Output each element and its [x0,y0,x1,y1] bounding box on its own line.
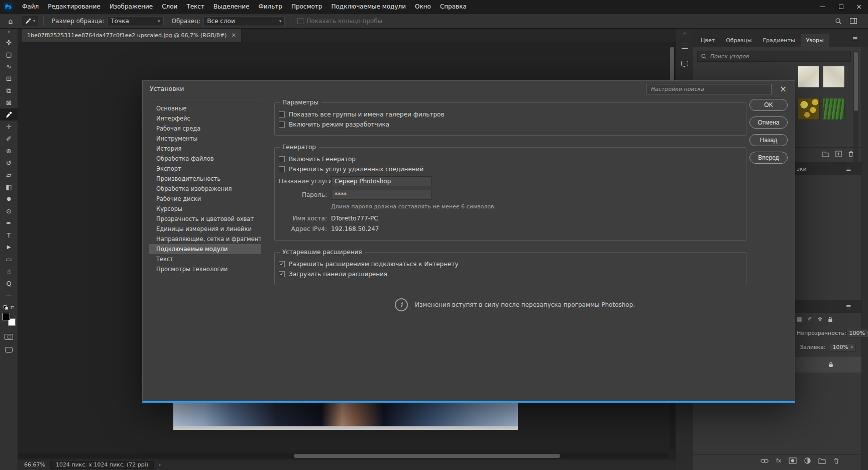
quick-mask-icon[interactable] [5,334,13,340]
pref-item-cursors[interactable]: Курсоры [149,204,261,214]
pref-item-general[interactable]: Основные [149,103,261,113]
preferences-search-input[interactable] [646,84,772,94]
new-pattern-icon[interactable] [835,151,842,157]
pref-item-interface[interactable]: Интерфейс [149,113,261,124]
enable-generator-checkbox[interactable] [279,156,285,162]
path-selection-tool[interactable]: ▶ [0,241,18,253]
eyedropper-tool[interactable] [0,108,18,121]
maximize-button[interactable] [832,0,850,14]
lock-all-icon[interactable] [828,316,833,322]
swap-colors-icon[interactable]: ⇄ [11,305,15,310]
lock-transparency-icon[interactable]: ▦ [797,316,802,322]
pref-item-technology-previews[interactable]: Просмотры технологии [149,264,261,274]
back-button[interactable]: Назад [749,134,788,146]
minimize-button[interactable] [814,0,832,14]
pref-item-file-handling[interactable]: Обработка файлов [149,154,261,164]
pattern-thumbnail-flowers[interactable] [798,98,820,120]
search-icon[interactable] [835,18,842,25]
pref-item-units-rulers[interactable]: Единицы измерения и линейки [149,224,261,234]
object-selection-tool[interactable]: ⊡ [0,72,18,84]
screen-mode-icon[interactable] [5,347,13,352]
collapse-dock-icon[interactable]: « [683,30,686,37]
sample-size-dropdown[interactable]: Точка ▾ [107,16,164,26]
pen-tool[interactable]: ✒ [0,217,18,229]
menu-layers[interactable]: Слои [157,0,182,14]
frame-tool[interactable]: ⊠ [0,96,18,108]
adjustment-layer-icon[interactable] [804,457,811,464]
canvas-image-bottom[interactable] [173,426,518,430]
sample-layers-dropdown[interactable]: Все слои ▾ [203,16,285,26]
delete-trash-icon[interactable] [848,151,854,157]
layer-effects-icon[interactable]: fx [776,457,781,464]
healing-brush-tool[interactable]: ✛ [0,121,18,133]
pattern-thumbnail[interactable] [823,66,845,88]
menu-view[interactable]: Просмотр [287,0,327,14]
foreground-color-swatch[interactable] [3,313,10,320]
pattern-thumbnail[interactable] [798,66,820,88]
pref-item-image-processing[interactable]: Обработка изображения [149,184,261,194]
close-tab-icon[interactable]: × [231,32,236,39]
pref-item-transparency-gamut[interactable]: Прозрачность и цветовой охват [149,214,261,224]
panel-menu-icon[interactable]: ≡ [846,303,851,310]
rectangle-tool[interactable]: ▭ [0,253,18,265]
panel-scroll-gutter[interactable] [861,29,868,470]
enable-remote-connections-checkbox[interactable] [279,166,285,172]
zoom-level[interactable]: 66.67% [24,461,45,468]
patterns-search-input[interactable] [710,53,847,60]
panel-menu-icon[interactable]: ≡ [852,35,858,42]
pattern-thumbnail-grass[interactable] [823,98,845,120]
marquee-tool[interactable]: ▢ [0,48,18,60]
default-colors-icon[interactable] [4,305,8,310]
blur-tool[interactable]: ● [0,193,18,205]
service-name-input[interactable] [331,176,431,186]
menu-type[interactable]: Текст [182,0,209,14]
document-tab[interactable]: 1be07f82525311ee8764da477c0f1ee2 upscale… [22,29,242,42]
menu-file[interactable]: Файл [18,0,43,14]
menu-select[interactable]: Выделение [209,0,254,14]
ok-button[interactable]: OK [749,99,788,111]
patterns-search[interactable] [697,51,851,62]
lock-paint-icon[interactable]: ✐ [807,316,812,322]
pref-item-export[interactable]: Экспорт [149,164,261,174]
workspace-switcher-icon[interactable] [850,18,857,24]
horizontal-scrollbar-thumb[interactable] [294,454,560,458]
close-window-button[interactable]: × [850,0,868,14]
layer-mask-icon[interactable] [789,457,797,464]
link-layers-icon[interactable] [761,458,769,463]
pref-item-guides-grid-slices[interactable]: Направляющие, сетка и фрагменты [149,234,261,244]
brush-tool[interactable]: ✐ [0,133,18,145]
lock-move-icon[interactable]: ✜ [818,316,822,322]
pref-item-tools[interactable]: Инструменты [149,134,261,144]
move-tool[interactable]: ✜ [0,36,18,48]
pref-item-performance[interactable]: Производительность [149,174,261,184]
home-icon[interactable]: ⌂ [4,17,17,25]
menu-window[interactable]: Окно [410,0,436,14]
panel-menu-icon[interactable]: ≡ [846,165,851,173]
cancel-button[interactable]: Отмена [749,116,788,129]
lasso-tool[interactable]: ∿ [0,60,18,72]
pref-item-workspace[interactable]: Рабочая среда [149,124,261,134]
allow-extensions-internet-checkbox[interactable]: ✓ [279,261,285,267]
eraser-tool[interactable]: ▱ [0,169,18,181]
pref-item-type[interactable]: Текст [149,254,261,264]
crop-tool[interactable]: ⧉ [0,84,18,96]
tab-swatches[interactable]: Образцы [720,34,757,47]
dialog-close-button[interactable]: × [778,83,789,94]
pref-item-scratch-disks[interactable]: Рабочие диски [149,194,261,204]
zoom-tool[interactable]: Q [0,277,18,289]
horizontal-scrollbar[interactable] [18,453,669,458]
forward-button[interactable]: Вперед [749,152,788,164]
menu-help[interactable]: Справка [436,0,471,14]
dodge-tool[interactable]: ⊙ [0,205,18,217]
opacity-value-dropdown[interactable]: 100% ▾ [846,329,868,337]
status-caret-icon[interactable]: › [159,461,161,468]
new-group-icon[interactable] [818,457,826,464]
patterns-scrollbar-thumb[interactable] [854,52,858,111]
history-brush-tool[interactable]: ↺ [0,157,18,169]
comments-panel-button[interactable] [678,57,691,70]
type-tool[interactable]: T [0,229,18,241]
new-group-folder-icon[interactable] [822,151,829,157]
pref-item-history[interactable]: История [149,144,261,154]
clone-stamp-tool[interactable]: ⊕ [0,145,18,157]
patterns-scrollbar[interactable] [853,51,858,165]
